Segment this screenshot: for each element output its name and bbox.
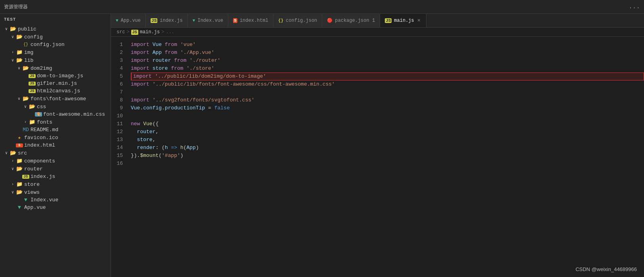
line-content: import Vue from 'vue': [131, 41, 644, 49]
tree-item[interactable]: ∨📂public: [0, 25, 111, 33]
code-line: 1import Vue from 'vue': [111, 41, 644, 49]
code-line: 5import '../public/lib/dom2img/dom-to-im…: [111, 73, 644, 80]
tree-label: store: [24, 181, 40, 187]
tree-item[interactable]: 🎨font-awesome.min.css: [0, 111, 111, 118]
tab-label: App.vue: [121, 18, 141, 23]
tree-arrow: ›: [22, 120, 29, 124]
tree-label: fonts: [37, 119, 52, 125]
code-line: 12 router,: [111, 128, 644, 136]
tree-item[interactable]: ★favicon.ico: [0, 134, 111, 141]
tree-item[interactable]: 5index.html: [0, 141, 111, 149]
tree-item[interactable]: ›📁store: [0, 180, 111, 188]
tab-label: Index.vue: [197, 18, 223, 23]
line-number: 10: [111, 112, 131, 120]
line-number: 16: [111, 160, 131, 168]
line-number: 7: [111, 88, 131, 96]
tab-item[interactable]: JSmain.js×: [380, 14, 426, 27]
line-number: 11: [111, 120, 131, 128]
tree-item[interactable]: JShtml2canvas.js: [0, 87, 111, 95]
breadcrumb-src: src: [117, 29, 125, 35]
tree-item[interactable]: ▼App.vue: [0, 204, 111, 211]
title-text: 资源管理器: [4, 4, 28, 10]
file-icon: 🎨: [35, 112, 42, 117]
tree-item[interactable]: ∨📂router: [0, 165, 111, 173]
line-content: import App from './App.vue': [131, 49, 644, 57]
tab-icon: ▼: [193, 18, 195, 23]
tree-label: config.json: [31, 42, 65, 48]
editor-area: ▼App.vueJSindex.js▼Index.vue5index.html{…: [111, 14, 644, 277]
tree-label: favicon.ico: [24, 135, 58, 141]
line-number: 2: [111, 49, 131, 57]
tree-item[interactable]: ∨📂views: [0, 188, 111, 196]
tab-item[interactable]: {}config.json: [273, 14, 322, 27]
line-number: 14: [111, 144, 131, 152]
file-icon: ▼: [16, 204, 23, 210]
tab-item[interactable]: JSindex.js: [146, 14, 188, 27]
file-icon: MD: [22, 127, 29, 133]
tree-item[interactable]: {}config.json: [0, 41, 111, 48]
file-icon: 📂: [16, 189, 23, 195]
tree-item[interactable]: ›📁components: [0, 157, 111, 165]
line-content: store,: [131, 136, 644, 144]
code-line: 10: [111, 112, 644, 120]
tab-item[interactable]: ▼App.vue: [111, 14, 146, 27]
tree-arrow: ∨: [10, 34, 16, 39]
tree-item[interactable]: ∨📂css: [0, 103, 111, 111]
tree-item[interactable]: ∨📂lib: [0, 56, 111, 64]
tree-item[interactable]: ∨📂src: [0, 149, 111, 157]
tree-item[interactable]: ∨📂fonts\font-awesome: [0, 95, 111, 103]
tab-icon: {}: [278, 18, 283, 23]
tree-label: public: [18, 26, 36, 32]
code-line: 6import '../public/lib/fonts/font-awesom…: [111, 80, 644, 88]
tree-label: views: [24, 189, 40, 195]
file-icon: {}: [22, 42, 29, 47]
tree-arrow: ∨: [10, 190, 16, 195]
tab-item[interactable]: 5index.html: [228, 14, 273, 27]
file-icon: 📁: [16, 49, 23, 55]
tree-item[interactable]: ▼Index.vue: [0, 196, 111, 204]
tree-item[interactable]: ∨📂config: [0, 33, 111, 41]
file-icon: ▼: [22, 197, 29, 203]
tab-label: package.json 1: [335, 18, 375, 23]
tree-arrow: ›: [10, 50, 16, 55]
file-icon: 📂: [22, 96, 29, 102]
tab-item[interactable]: ▼Index.vue: [188, 14, 228, 27]
tree-label: index.js: [31, 174, 55, 180]
file-icon: 📁: [16, 158, 23, 164]
file-icon: JS: [22, 175, 29, 179]
tree-item[interactable]: ∨📂dom2img: [0, 64, 111, 72]
tree-item[interactable]: JSindex.js: [0, 173, 111, 180]
file-icon: JS: [29, 74, 36, 78]
tree-label: router: [24, 166, 43, 172]
tree-label: dom-to-image.js: [37, 73, 83, 79]
tree-item[interactable]: MDREADME.md: [0, 126, 111, 134]
tree-item[interactable]: JSgifler.min.js: [0, 80, 111, 87]
tree-item[interactable]: JSdom-to-image.js: [0, 72, 111, 80]
breadcrumb: src > JS main.js > ...: [111, 28, 644, 37]
more-icon[interactable]: ...: [629, 3, 640, 10]
tab-item[interactable]: 🔴package.json 1: [322, 14, 380, 27]
line-number: 6: [111, 80, 131, 88]
file-icon: 📂: [10, 26, 17, 32]
tree-arrow: ∨: [10, 58, 16, 63]
tree-item[interactable]: ›📁fonts: [0, 118, 111, 126]
line-number: 8: [111, 96, 131, 104]
tree-label: App.vue: [24, 204, 46, 210]
tree-label: index.html: [24, 142, 55, 148]
tree-item[interactable]: ›📁img: [0, 48, 111, 56]
tree-label: fonts\font-awesome: [31, 96, 86, 102]
tab-icon: 🔴: [327, 18, 333, 23]
file-icon: 5: [16, 143, 23, 147]
tab-icon: JS: [385, 18, 392, 23]
title-bar: 资源管理器 ...: [0, 0, 644, 14]
code-line: 7: [111, 88, 644, 96]
tree-label: lib: [24, 57, 33, 63]
file-icon: JS: [29, 82, 36, 86]
code-editor[interactable]: 1import Vue from 'vue'2import App from '…: [111, 37, 644, 277]
code-line: 14 render: (h => h(App): [111, 144, 644, 152]
tab-close-button[interactable]: ×: [417, 17, 421, 24]
tree-arrow: ∨: [10, 166, 16, 171]
tree-label: components: [24, 158, 55, 164]
breadcrumb-dots: ...: [166, 29, 174, 35]
file-tree: ∨📂public∨📂config{}config.json›📁img∨📂lib∨…: [0, 25, 111, 211]
